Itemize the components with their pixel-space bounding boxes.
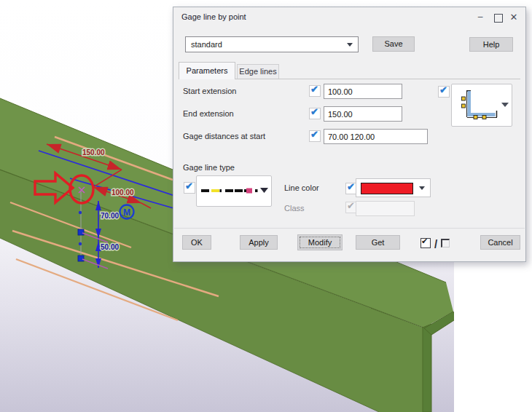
save-button-label: Save [384,38,402,50]
help-button-label: Help [483,39,500,51]
apply-button-label: Apply [249,237,269,249]
tab-parameters-label: Parameters [187,66,228,75]
application-window: 150.00 100.00 70.00 50.00 [0,0,532,412]
gage-distances-input[interactable] [324,129,428,144]
button-separator [174,228,525,229]
line-type-dropdown[interactable] [196,175,272,207]
ok-button[interactable]: OK [182,235,211,250]
point-handle[interactable] [79,242,82,245]
line-color-label: Line color [284,183,319,192]
start-extension-input[interactable] [324,84,402,99]
dialog-title: Gage line by point [181,12,246,21]
start-extension-label: Start extension [183,87,236,95]
help-button[interactable]: Help [469,37,513,52]
chevron-down-icon [419,186,425,190]
gage-distances-checkbox[interactable] [309,130,321,142]
square-handle[interactable] [78,255,84,261]
cancel-button-label: Cancel [488,237,512,249]
beam-end-leg-face [423,324,431,412]
close-icon[interactable]: ✕ [507,10,520,24]
end-extension-checkbox[interactable] [309,108,321,119]
save-button[interactable]: Save [372,36,415,52]
get-button[interactable]: Get [356,235,400,250]
checkbox-off-icon [441,239,450,247]
apply-button[interactable]: Apply [240,235,278,250]
tab-edge-lines[interactable]: Edge lines [237,64,279,79]
line-type-pattern-icon [197,176,271,206]
square-handle[interactable] [78,229,84,235]
class-input [356,201,415,216]
chevron-down-icon [347,43,353,47]
gage-line-type-label: Gage line type [183,163,235,172]
point-handle[interactable] [79,211,82,214]
dimension-label-70: 70.00 [101,212,119,220]
minimize-icon[interactable]: – [474,10,487,24]
dimension-label-100: 100.00 [112,189,134,197]
settings-combobox-value: standard [191,40,222,49]
toggle-all-checkboxes[interactable]: / [420,237,450,250]
dimension-label-50: 50.00 [101,243,119,251]
dimension-label-150: 150.00 [82,148,105,157]
gage-distances-label: Gage distances at start [183,132,265,140]
tab-parameters[interactable]: Parameters [179,62,235,79]
gage-line-dialog: Gage line by point – ✕ standard Save Hel… [173,7,526,262]
start-extension-checkbox[interactable] [309,85,321,97]
profile-picker-checkbox[interactable] [438,86,450,98]
ok-button-label: OK [191,237,203,249]
origin-letter: M [123,207,130,218]
tab-edge-lines-label: Edge lines [239,67,276,76]
settings-combobox[interactable]: standard [185,36,359,52]
color-swatch [361,183,413,194]
end-extension-input[interactable] [324,106,402,122]
gage-line-type-checkbox[interactable] [184,182,195,194]
modify-button[interactable]: Modify [297,234,343,250]
cancel-button[interactable]: Cancel [480,235,520,250]
profile-picker-dropdown[interactable] [451,84,512,127]
checkbox-on-icon [420,238,431,248]
line-color-dropdown[interactable] [356,178,431,197]
maximize-icon[interactable] [494,14,503,23]
toggle-slash: / [434,237,437,250]
l-profile-gage-points-icon [452,84,512,126]
dialog-titlebar: Gage line by point – ✕ [173,7,525,27]
end-extension-label: End extension [183,109,234,118]
get-button-label: Get [372,237,385,249]
class-label: Class [284,204,305,213]
modify-button-label: Modify [308,237,332,249]
